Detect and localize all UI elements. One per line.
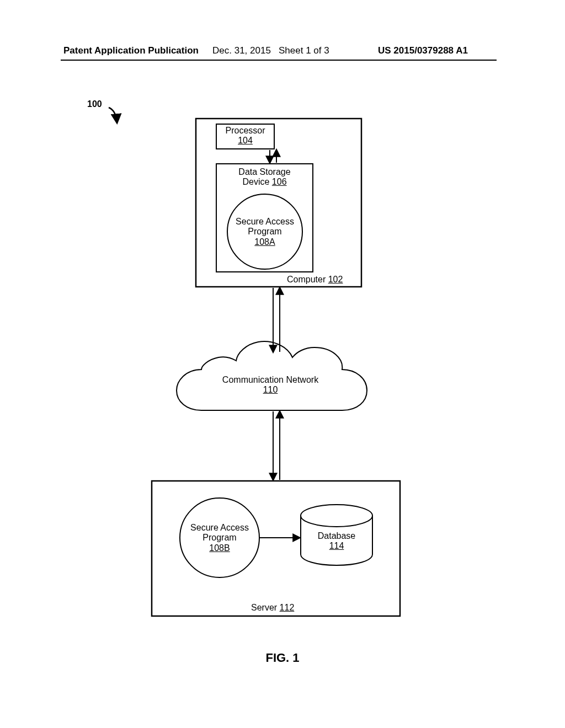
figure-caption: FIG. 1 bbox=[0, 651, 565, 665]
storage-label: Data Storage Device 106 bbox=[216, 167, 313, 188]
computer-ref: 102 bbox=[328, 275, 343, 284]
page: Patent Application Publication Dec. 31, … bbox=[0, 0, 565, 728]
program-a-label: Secure Access Program 108A bbox=[226, 217, 303, 247]
server-ref: 112 bbox=[280, 603, 295, 612]
refnum-100: 100 bbox=[87, 99, 102, 109]
network-text: Communication Network bbox=[222, 375, 318, 384]
program-a-ref: 108A bbox=[254, 237, 275, 247]
program-a-line1: Secure Access bbox=[236, 217, 294, 226]
program-b-ref: 108B bbox=[209, 543, 230, 553]
program-b-label: Secure Access Program 108B bbox=[181, 523, 258, 553]
program-a-line2: Program bbox=[248, 227, 281, 236]
storage-line2-prefix: Device bbox=[242, 177, 271, 186]
refnum-arrow bbox=[109, 108, 117, 122]
database-text: Database bbox=[318, 531, 356, 540]
program-b-line1: Secure Access bbox=[190, 523, 249, 532]
server-caption: Server 112 bbox=[251, 603, 294, 613]
database-label: Database 114 bbox=[301, 531, 372, 552]
server-caption-prefix: Server bbox=[251, 603, 280, 612]
computer-caption: Computer 102 bbox=[287, 275, 343, 285]
storage-line1: Data Storage bbox=[238, 167, 290, 176]
processor-text: Processor bbox=[225, 126, 265, 135]
database-ref: 114 bbox=[329, 541, 344, 550]
network-label: Communication Network 110 bbox=[182, 375, 359, 395]
svg-point-0 bbox=[301, 505, 372, 527]
program-b-line2: Program bbox=[202, 533, 236, 542]
diagram-svg: Data Storage arrows (two short vertical … bbox=[0, 0, 565, 728]
processor-label: Processor 104 bbox=[216, 126, 274, 146]
computer-caption-prefix: Computer bbox=[287, 275, 328, 284]
processor-ref: 104 bbox=[238, 136, 253, 145]
storage-ref: 106 bbox=[272, 177, 287, 186]
network-ref: 110 bbox=[263, 385, 278, 394]
